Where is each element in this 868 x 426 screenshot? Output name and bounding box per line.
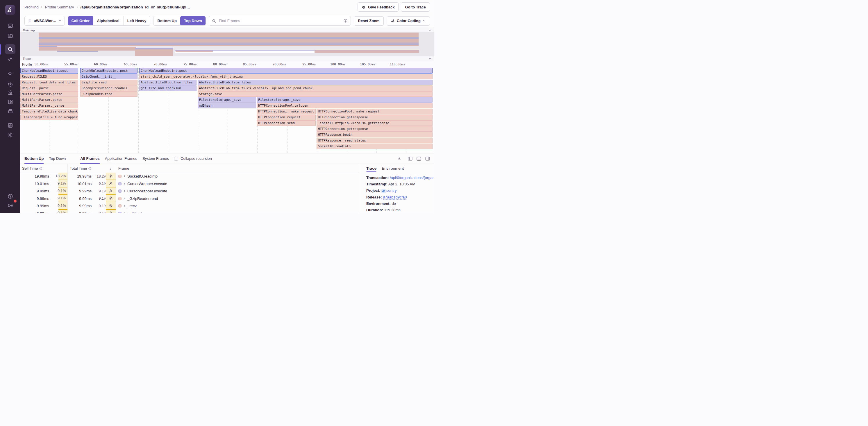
flame-frame[interactable]: Storage.save xyxy=(198,91,433,97)
chevron-down-icon[interactable] xyxy=(429,57,432,60)
flame-frame[interactable]: Request._parse xyxy=(20,86,78,91)
releases-icon[interactable] xyxy=(5,106,16,116)
frame-name[interactable]: SocketIO.readinto xyxy=(127,174,158,178)
flame-frame[interactable]: _TemporaryFile…>.func_wrapper xyxy=(20,114,78,120)
expand-row-icon[interactable]: › xyxy=(124,211,125,213)
frame-name[interactable]: CursorWrapper.execute xyxy=(127,189,167,193)
chevron-up-icon[interactable] xyxy=(429,29,432,32)
dashboards-icon[interactable] xyxy=(5,97,16,107)
trace-header[interactable]: Trace xyxy=(20,56,434,61)
alerts-icon[interactable] xyxy=(5,88,16,97)
direction-option-bottom-up[interactable]: Bottom Up xyxy=(154,16,180,26)
flame-frame[interactable]: MultiPartParser.parse xyxy=(20,91,78,97)
flame-frame[interactable]: HTTPConnection.getresponse xyxy=(316,114,433,120)
sort-option-call-order[interactable]: Call Order xyxy=(68,16,94,26)
flame-frame[interactable]: GzipChunk.__init__ xyxy=(80,74,138,79)
table-row[interactable]: 9.99ms9.1%9.99ms9.1%›_recv xyxy=(20,202,359,210)
flame-frame[interactable]: start_child_span_decorator.<locals>.func… xyxy=(139,74,433,79)
filter-application-frames[interactable]: Application Frames xyxy=(105,154,137,164)
self-time-column-header[interactable]: Self Time xyxy=(22,166,42,171)
details-tab-environment[interactable]: Environment xyxy=(382,166,404,172)
details-field-value[interactable]: /api/0/organizations/{organ… xyxy=(390,175,434,180)
flame-frame-selected[interactable]: ChunkUploadEndpoint.post xyxy=(80,68,138,73)
download-icon[interactable] xyxy=(397,156,401,161)
flame-frame[interactable]: FilestoreStorage._save xyxy=(257,97,433,103)
flame-frame[interactable]: MultiPartParser.parse xyxy=(20,97,78,103)
frame-name[interactable]: md5hash xyxy=(127,211,143,213)
filter-system-frames[interactable]: System Frames xyxy=(143,154,169,164)
settings-icon[interactable] xyxy=(5,130,16,140)
breadcrumb-profiling[interactable]: Profiling xyxy=(24,5,39,9)
table-row[interactable]: 9.99ms9.1%9.99ms9.1%›CursorWrapper.execu… xyxy=(20,188,359,195)
minimap-viewport-handle[interactable] xyxy=(175,49,419,53)
minimap-header[interactable]: Minimap xyxy=(20,28,434,33)
frame-name[interactable]: _recv xyxy=(127,204,136,208)
broadcast-icon[interactable] xyxy=(5,200,16,210)
give-feedback-button[interactable]: Give Feedback xyxy=(358,2,399,12)
filter-all-frames[interactable]: All Frames xyxy=(80,154,99,164)
flame-frame[interactable]: AbstractFileBlob.from_files.<locals>._up… xyxy=(198,86,433,91)
info-icon[interactable] xyxy=(343,19,348,23)
sentry-logo[interactable] xyxy=(5,5,15,15)
flame-frame[interactable]: FilestoreStorage._save xyxy=(198,97,256,103)
table-row[interactable]: 9.99ms9.1%9.99ms9.1%›_GzipReader.read xyxy=(20,195,359,202)
flame-frame[interactable]: Request._load_data_and_files xyxy=(20,79,78,85)
reset-zoom-button[interactable]: Reset Zoom xyxy=(354,16,383,26)
details-field-value[interactable]: 87aab1d9cfa0 xyxy=(383,195,407,200)
flame-frame[interactable]: MultiPartParser._parse xyxy=(20,103,78,108)
flame-frame[interactable]: get_size_and_checksum xyxy=(139,86,196,91)
flame-frame[interactable]: AbstractFileBlob.from_files xyxy=(139,79,196,85)
details-tab-trace[interactable]: Trace xyxy=(366,166,376,172)
flame-frame-selected[interactable]: ChunkUploadEndpoint.post xyxy=(139,68,433,73)
flame-frame[interactable]: Request.FILES xyxy=(20,74,78,79)
collapse-recursion-toggle[interactable]: Collapse recursion xyxy=(174,156,212,161)
flame-frame[interactable]: _install_httplib.<locals>.getresponse xyxy=(316,120,433,126)
details-field-value[interactable]: sentry xyxy=(386,188,397,193)
flame-frame[interactable]: HTTPConnection.send xyxy=(257,120,316,126)
search-icon[interactable] xyxy=(5,44,16,54)
flame-frame[interactable]: DecompressReader.readall xyxy=(80,86,138,91)
flame-frame[interactable]: SocketIO.readinto xyxy=(316,143,433,149)
minimap-canvas[interactable] xyxy=(20,33,434,56)
table-row[interactable]: 10.01ms9.1%10.01ms9.1%›CursorWrapper.exe… xyxy=(20,180,359,188)
flame-frame[interactable]: HTTPConnection…._make_request xyxy=(257,109,316,114)
flame-frame[interactable]: HTTPConnectionPool.urlopen xyxy=(257,103,433,108)
flame-frame[interactable]: TemporaryFileU…ive_data_chunk xyxy=(20,109,78,114)
direction-option-top-down[interactable]: Top Down xyxy=(180,16,206,26)
flame-frame[interactable]: _GzipReader.read xyxy=(80,91,138,97)
expand-row-icon[interactable]: › xyxy=(124,203,125,207)
table-row[interactable]: 19.98ms18.2%19.98ms18.2%›SocketIO.readin… xyxy=(20,173,359,180)
flame-frame[interactable]: HTTPResponse._read_status xyxy=(316,138,433,143)
color-coding-button[interactable]: Color Coding xyxy=(386,16,430,26)
frame-name[interactable]: CursorWrapper.execute xyxy=(127,182,167,186)
help-icon[interactable] xyxy=(5,191,16,201)
flame-frame[interactable]: AbstractFileBlob.from_files xyxy=(198,79,433,85)
feedback-icon[interactable] xyxy=(5,68,16,78)
issues-icon[interactable] xyxy=(5,21,16,31)
expand-row-icon[interactable]: › xyxy=(124,196,125,200)
expand-row-icon[interactable]: › xyxy=(124,174,125,178)
collapse-recursion-checkbox[interactable] xyxy=(174,157,178,161)
go-to-trace-button[interactable]: Go to Trace xyxy=(401,2,430,12)
flame-frame[interactable]: HTTPConnection.request xyxy=(257,114,316,120)
flame-frame[interactable]: md5hash xyxy=(198,103,256,108)
frame-column-header[interactable]: Frame xyxy=(118,166,129,171)
thread-selector[interactable]: uWSGIWor… xyxy=(24,16,65,26)
metrics-icon[interactable] xyxy=(5,54,16,64)
layout-right-icon[interactable] xyxy=(425,157,430,161)
find-frames-input[interactable] xyxy=(218,18,341,23)
flamegraph-canvas[interactable]: ChunkUploadEndpoint.postChunkUploadEndpo… xyxy=(20,68,434,153)
total-time-column-header[interactable]: Total Time xyxy=(70,166,92,171)
sort-descending-icon[interactable]: ↓ xyxy=(109,166,111,171)
layout-bottom-icon[interactable] xyxy=(416,157,421,161)
layout-left-icon[interactable] xyxy=(408,157,412,161)
flame-frame[interactable]: HTTPConnectionPool._make_request xyxy=(316,109,433,114)
flame-frame[interactable]: GzipFile.read xyxy=(80,79,138,85)
explore-icon[interactable] xyxy=(5,31,16,40)
tab-top-down[interactable]: Top Down xyxy=(49,154,66,164)
stats-icon[interactable] xyxy=(5,120,16,130)
expand-row-icon[interactable]: › xyxy=(124,189,125,193)
breadcrumb-profile-summary[interactable]: Profile Summary xyxy=(45,5,74,9)
flame-frame[interactable]: HTTPConnection.getresponse xyxy=(316,126,433,132)
flame-frame-selected[interactable]: ChunkUploadEndpoint.post xyxy=(20,68,78,73)
